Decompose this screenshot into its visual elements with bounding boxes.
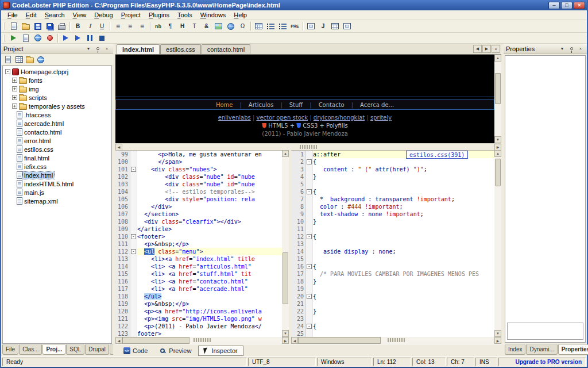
preview-link-dryicons-hongkiat[interactable]: dryicons/hongkiat — [314, 114, 365, 121]
minimize-button[interactable]: – — [548, 2, 560, 9]
scroll-right-button[interactable]: ▶ — [494, 144, 501, 151]
scroll-thumb[interactable] — [283, 252, 288, 304]
menu-help[interactable]: Help — [230, 11, 251, 19]
panel-tab-properties[interactable]: Properties — [558, 344, 588, 355]
code-line[interactable]: 110-<footer> — [115, 233, 282, 240]
code-line[interactable]: 101- <div class="nubes"> — [115, 166, 282, 173]
print-button[interactable] — [56, 21, 68, 32]
code-line[interactable]: 19 — [291, 285, 494, 293]
insert-link-button[interactable] — [225, 21, 237, 32]
scroll-track[interactable] — [282, 157, 289, 330]
bold-button[interactable]: B — [72, 21, 84, 32]
panel-tab-proj[interactable]: Proj... — [42, 344, 65, 355]
tab-index-html[interactable]: index.html — [117, 44, 160, 54]
scroll-left-button[interactable]: ◀ — [115, 337, 122, 344]
fold-marker[interactable]: - — [307, 159, 312, 164]
panel-tab-sql[interactable]: SQL — [66, 344, 84, 355]
code-line[interactable]: 23 — [291, 315, 494, 323]
fold-marker[interactable]: - — [307, 324, 312, 329]
panel-tab-clas[interactable]: Clas... — [19, 344, 42, 355]
tree-file-htaccess[interactable]: .htaccess — [3, 110, 111, 119]
panel-menu-button[interactable]: ▼ — [558, 45, 566, 52]
numbered-list-button[interactable] — [277, 21, 289, 32]
code-line[interactable]: 118 </ul> — [115, 293, 282, 300]
splitter-grip[interactable] — [300, 145, 317, 149]
open-in-browser-button[interactable] — [32, 33, 44, 43]
code-line[interactable]: 16-{ — [291, 263, 494, 270]
mode-tab-preview[interactable]: Preview — [154, 346, 197, 356]
code-line[interactable]: 3 content : " (" attr(href) ")"; — [291, 166, 494, 173]
tree-folder-img[interactable]: +img — [3, 85, 111, 93]
html-editor-scrollbar[interactable]: ▲ ▼ — [282, 150, 289, 337]
align-center-button[interactable]: ≡ — [124, 21, 136, 32]
expand-icon[interactable]: + — [12, 95, 17, 100]
tree-root[interactable]: -Homepage.clpprj — [3, 67, 111, 76]
fold-marker[interactable]: - — [307, 264, 312, 269]
open-file-button[interactable] — [20, 21, 32, 32]
scroll-up-button[interactable]: ▲ — [494, 55, 501, 62]
close-button[interactable]: × — [574, 2, 585, 9]
fold-marker[interactable]: - — [131, 167, 136, 172]
fold-marker[interactable]: - — [307, 234, 312, 239]
code-line[interactable]: 102 <div class="nube" id="nube — [115, 173, 282, 181]
status-upgrade[interactable]: Upgrade to PRO version — [498, 358, 586, 366]
tree-file-sitemap-xml[interactable]: sitemap.xml — [3, 197, 111, 205]
tree-file-estilos-css[interactable]: estilos.css — [3, 145, 111, 154]
tree-file-iefix-css[interactable]: iefix.css — [3, 162, 111, 171]
tree-file-acercade-html[interactable]: acercade.html — [3, 119, 111, 128]
scroll-thumb[interactable] — [122, 337, 189, 344]
code-line[interactable]: 12-{ — [291, 233, 494, 240]
details-view-button[interactable] — [14, 55, 24, 64]
refresh-button[interactable] — [36, 55, 46, 64]
tree-file-index-html[interactable]: index.html — [3, 171, 111, 179]
italic-button[interactable]: I — [84, 21, 96, 32]
menu-windows[interactable]: Windows — [196, 11, 230, 19]
code-line[interactable]: 105 <div style="position: rela — [115, 195, 282, 203]
paragraph-button[interactable]: ¶ — [164, 21, 176, 32]
run-project-button[interactable] — [7, 33, 20, 43]
code-line[interactable]: 14 aside display : none; — [291, 248, 494, 255]
code-line[interactable]: 115 <li> <a href="stuff.html" tit — [115, 270, 282, 278]
menu-project[interactable]: Project — [117, 11, 145, 19]
code-line[interactable]: 112- <ul class="menu"> — [115, 248, 282, 255]
tree-file-final-html[interactable]: final.html — [3, 154, 111, 162]
tab-scroll-right-button[interactable]: ▶ — [482, 45, 491, 53]
code-line[interactable]: 24-{ — [291, 323, 494, 330]
menu-search[interactable]: Search — [41, 11, 69, 19]
scroll-thumb[interactable] — [495, 159, 501, 186]
expand-icon[interactable]: + — [12, 78, 17, 83]
special-char-button[interactable]: Ω — [237, 21, 249, 32]
toggle-breakpoint-button[interactable] — [44, 33, 56, 43]
scroll-thumb[interactable] — [298, 337, 381, 344]
tab-close-button[interactable]: × — [492, 45, 500, 53]
code-line[interactable]: 13 — [291, 240, 494, 248]
code-line[interactable]: 104 <!-- estilos temporales--> — [115, 188, 282, 195]
align-left-button[interactable]: ≡ — [112, 21, 124, 32]
panel-pin-button[interactable] — [567, 45, 575, 52]
menu-edit[interactable]: Edit — [22, 11, 41, 19]
code-line[interactable]: 4} — [291, 173, 494, 181]
preformatted-button[interactable]: PRE — [289, 21, 301, 32]
heading-button[interactable]: H — [176, 21, 188, 32]
code-line[interactable]: 116 <li> <a href="contacto.html" — [115, 278, 282, 285]
code-line[interactable]: 103 <div class="nube" id="nube — [115, 181, 282, 188]
code-line[interactable]: 7 * background : transparent !important; — [291, 195, 494, 203]
scroll-track[interactable] — [494, 62, 501, 136]
preview-pane[interactable]: Home|Articulos|Stuff|Contacto|Acerca de.… — [115, 55, 494, 143]
underline-button[interactable]: U — [96, 21, 108, 32]
maximize-button[interactable]: □ — [561, 2, 572, 9]
preview-nav-stuff[interactable]: Stuff — [283, 102, 310, 108]
code-line[interactable]: 100 </span> — [115, 158, 282, 166]
preview-scrollbar[interactable]: ▲ ▼ — [494, 55, 501, 143]
fold-marker[interactable]: - — [307, 294, 312, 299]
mode-tab-inspector[interactable]: Inspector — [198, 346, 243, 356]
code-line[interactable]: 5 — [291, 181, 494, 188]
code-line[interactable]: 25 — [291, 330, 494, 337]
save-button[interactable] — [32, 21, 44, 32]
css-editor-scrollbar[interactable]: ▲ ▼ — [494, 150, 501, 337]
code-line[interactable]: 18} — [291, 278, 494, 285]
add-file-button[interactable] — [3, 55, 13, 64]
save-all-button[interactable] — [44, 21, 56, 32]
splitter-grip[interactable] — [388, 338, 405, 342]
code-line[interactable]: 109</article> — [115, 225, 282, 233]
